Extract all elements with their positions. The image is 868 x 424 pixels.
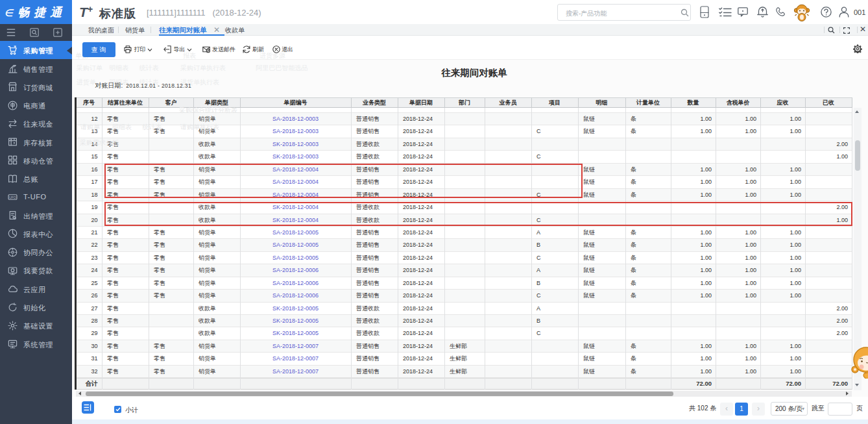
svg-text:UFO: UFO: [9, 196, 16, 199]
